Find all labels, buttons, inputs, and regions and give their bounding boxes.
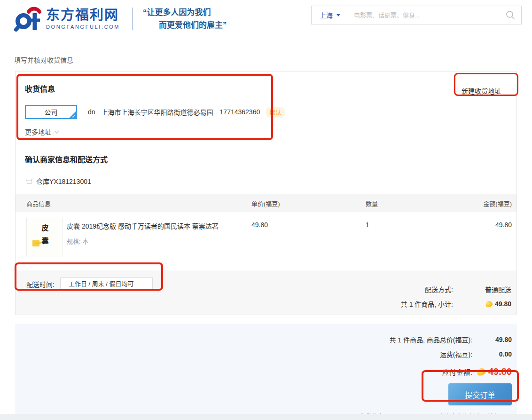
slogan-line-2: 而更爱他们的雇主” [143, 19, 227, 32]
chevron-down-icon [336, 14, 340, 16]
col-quantity: 数量 [366, 199, 460, 208]
address-row: 公司 ✓ dn 上海市上海长宁区华阳路街道德必易园 17714362360 默认 [25, 105, 516, 119]
fudou-bean-icon [476, 367, 486, 376]
shipping-fee-value: 0.00 [472, 350, 512, 358]
new-address-label: 新建收货地址 [462, 86, 501, 95]
brand-domain: DONGFANGFULI.COM [46, 24, 120, 30]
brand-slogan: “让更多人因为我们 而更爱他们的雇主” [143, 6, 227, 32]
page-footer-strip [0, 414, 532, 420]
col-amount: 金额(福豆) [460, 199, 516, 208]
subtotal-label: 共 1 件商品, 小计: [401, 299, 453, 309]
payable-value: 49.80 [488, 366, 512, 377]
product-spec: 规格: 本 [67, 237, 219, 246]
delivery-method-label: 配送方式: [425, 285, 453, 294]
table-header-row: 商品信息 单价(福豆) 数量 金额(福豆) [16, 194, 516, 212]
default-badge: 默认 [266, 107, 285, 118]
address-type-button[interactable]: 公司 ✓ [25, 105, 77, 119]
col-product: 商品信息 [16, 199, 251, 208]
more-addresses-label: 更多地址 [25, 127, 51, 136]
order-table: 商品信息 单价(福豆) 数量 金额(福豆) 皮囊 皮囊 2019纪念版 感动千万… [16, 194, 516, 261]
product-image[interactable]: 皮囊 [26, 218, 63, 256]
col-unit-price: 单价(福豆) [251, 199, 366, 208]
header-divider [132, 8, 133, 30]
fudou-bean-icon [485, 300, 493, 308]
delivery-time-label: 配送时间: [26, 279, 55, 289]
logo[interactable]: 东方福利网 DONGFANGFULI.COM [14, 6, 120, 32]
search-input[interactable] [348, 12, 506, 19]
total-label: 共 1 件商品, 商品总价(福豆): [389, 335, 472, 344]
search-bar: 上海 [311, 6, 522, 24]
city-label: 上海 [320, 10, 333, 20]
delivery-section: 配送时间: 工作日 / 周末 / 假日均可 配送方式: 普通配送 共 1 件商品… [16, 270, 516, 315]
plus-icon: + [453, 87, 457, 95]
delivery-method-value: 普通配送 [453, 285, 511, 294]
site-header: 东方福利网 DONGFANGFULI.COM “让更多人因为我们 而更爱他们的雇… [0, 0, 532, 42]
page-title: 填写并核对收货信息 [14, 55, 532, 64]
brand-logo-icon [14, 6, 41, 32]
order-summary: 共 1 件商品, 商品总价(福豆): 49.80 运费(福豆): 0.00 应付… [15, 324, 517, 418]
product-title[interactable]: 皮囊 2019纪念版 感动千万读者的国民读本 蔡崇达著 [67, 221, 219, 230]
warehouse-label: 仓库YX181213001 [36, 176, 91, 186]
table-row: 皮囊 皮囊 2019纪念版 感动千万读者的国民读本 蔡崇达著 规格: 本 49.… [16, 212, 516, 261]
new-address-button[interactable]: + 新建收货地址 [450, 86, 504, 96]
submit-order-button[interactable]: 提交订单 [448, 383, 512, 405]
address-text: 上海市上海长宁区华阳路街道德必易园 [102, 107, 213, 117]
subtotal-value: 49.80 [495, 300, 511, 308]
shop-icon [26, 178, 32, 184]
quantity-value: 1 [366, 218, 460, 229]
delivery-time-select[interactable]: 工作日 / 周末 / 假日均可 [60, 277, 153, 291]
payable-label: 应付金额: [442, 367, 472, 377]
more-addresses-toggle[interactable]: 更多地址 [25, 127, 58, 136]
shipping-fee-label: 运费(福豆): [440, 349, 472, 359]
slogan-line-1: “让更多人因为我们 [143, 6, 227, 19]
brand-name: 东方福利网 [46, 8, 120, 22]
search-icon[interactable] [506, 10, 515, 20]
check-icon: ✓ [72, 114, 76, 119]
chevron-down-icon [55, 128, 59, 133]
amount-value: 49.80 [460, 218, 516, 229]
phone-number: 17714362360 [220, 108, 260, 116]
checkout-card: 收货信息 + 新建收货地址 公司 ✓ dn 上海市上海长宁区华阳路街道德必易园 … [15, 71, 517, 315]
total-value: 49.80 [472, 336, 512, 343]
merchant-section-title: 确认商家信息和配送方式 [25, 153, 516, 165]
city-selector[interactable]: 上海 [312, 10, 348, 20]
product-cover-text: 皮囊 [40, 224, 50, 250]
unit-price-value: 49.80 [251, 218, 366, 229]
warehouse-row: 仓库YX181213001 [26, 176, 516, 186]
address-tag-label: 公司 [45, 109, 58, 116]
recipient-name: dn [88, 108, 95, 116]
shipping-section-title: 收货信息 [25, 83, 516, 94]
